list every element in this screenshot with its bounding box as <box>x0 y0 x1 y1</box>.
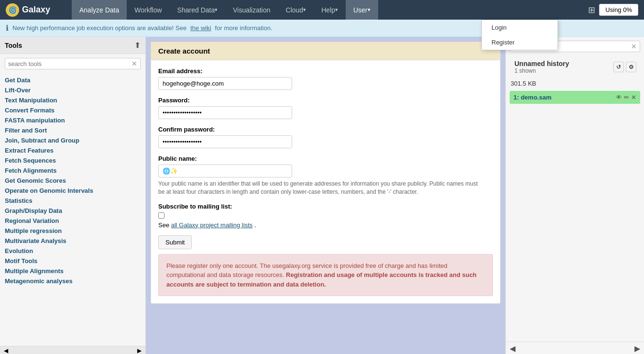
center-panel: Create account Email address: Password: … <box>146 37 505 354</box>
register-item[interactable]: Register <box>482 35 557 50</box>
right-scroll-right[interactable]: ▶ <box>634 344 640 353</box>
password-label: Password: <box>158 97 493 104</box>
history-item-actions: 👁 ✏ ✕ <box>616 94 636 101</box>
search-input[interactable] <box>8 60 131 67</box>
history-title: Unnamed history <box>514 60 569 67</box>
nav-analyze-data[interactable]: Analyze Data <box>72 0 127 20</box>
warning-box: Please register only one account. The us… <box>158 254 493 297</box>
tool-graph-display-data[interactable]: Graph/Display Data <box>5 206 141 216</box>
galaxy-logo: 🌀 Galaxy <box>0 3 72 17</box>
public-name-hint: Your public name is an identifier that w… <box>158 180 483 196</box>
nav-shared-data[interactable]: Shared Data <box>170 0 226 20</box>
public-name-group: Public name: Your public name is an iden… <box>158 155 493 196</box>
tool-operate-genomic-intervals[interactable]: Operate on Genomic Intervals <box>5 186 141 196</box>
history-edit-btn[interactable]: ✏ <box>624 94 629 101</box>
email-group: Email address: <box>158 67 493 90</box>
grid-icon[interactable]: ⊞ <box>588 5 595 15</box>
email-field[interactable] <box>158 77 292 90</box>
tool-regional-variation[interactable]: Regional Variation <box>5 216 141 226</box>
mailing-text: See <box>158 221 171 229</box>
nav-workflow[interactable]: Workflow <box>127 0 169 20</box>
tool-fetch-sequences[interactable]: Fetch Sequences <box>5 155 141 166</box>
mailing-text2: . <box>254 221 256 229</box>
tool-list: Get Data Lift-Over Text Manipulation Con… <box>0 73 145 346</box>
nav-user[interactable]: User <box>346 0 378 20</box>
mailing-checkbox[interactable] <box>158 212 164 219</box>
nav-right: ⊞ Using 0% <box>588 4 644 16</box>
tool-search-box: ✕ <box>5 58 141 69</box>
password-group: Password: <box>158 97 493 119</box>
right-sidebar: ✕ Unnamed history 1 shown ↺ ⚙ 301.5 KB 1… <box>505 37 644 354</box>
tool-multiple-alignments[interactable]: Multiple Alignments <box>5 266 141 276</box>
confirm-group: Confirm password: <box>158 126 493 148</box>
wiki-link[interactable]: the wiki <box>190 24 211 32</box>
tool-statistics[interactable]: Statistics <box>5 196 141 206</box>
search-clear-icon[interactable]: ✕ <box>131 60 137 67</box>
history-size: 301.5 KB <box>506 78 644 89</box>
nav-help[interactable]: Help <box>314 0 346 20</box>
info-icon: ℹ <box>6 23 9 33</box>
form-header: Create account <box>151 42 500 60</box>
sidebar-header: Tools ⬆ <box>0 37 145 54</box>
tool-convert-formats[interactable]: Convert Formats <box>5 105 141 115</box>
logo-icon: 🌀 <box>6 3 19 17</box>
tool-multivariate-analysis[interactable]: Multivariate Analysis <box>5 236 141 246</box>
top-nav: 🌀 Galaxy Analyze Data Workflow Shared Da… <box>0 0 644 20</box>
tool-filter-sort[interactable]: Filter and Sort <box>5 125 141 135</box>
tool-lift-over[interactable]: Lift-Over <box>5 85 141 95</box>
create-account-panel: Create account Email address: Password: … <box>151 42 501 304</box>
mailing-link[interactable]: all Galaxy project mailing lists <box>171 221 253 229</box>
tool-get-genomic-scores[interactable]: Get Genomic Scores <box>5 176 141 186</box>
tool-fetch-alignments[interactable]: Fetch Alignments <box>5 166 141 176</box>
history-controls: ↺ ⚙ <box>610 61 640 73</box>
nav-cloud[interactable]: Cloud <box>278 0 314 20</box>
history-view-btn[interactable]: 👁 <box>616 94 622 101</box>
tool-motif-tools[interactable]: Motif Tools <box>5 256 141 266</box>
mailing-check <box>158 212 493 219</box>
tool-multiple-regression[interactable]: Multiple regression <box>5 226 141 236</box>
login-item[interactable]: Login <box>482 20 557 35</box>
tool-evolution[interactable]: Evolution <box>5 246 141 256</box>
dataset-search-clear-icon[interactable]: ✕ <box>631 43 637 50</box>
email-label: Email address: <box>158 67 493 75</box>
left-sidebar: Tools ⬆ ✕ Get Data Lift-Over Text Manipu… <box>0 37 146 354</box>
upload-icon[interactable]: ⬆ <box>134 41 141 50</box>
history-header: Unnamed history 1 shown <box>510 58 574 76</box>
scroll-right-icon[interactable]: ▶ <box>137 347 142 354</box>
tool-metagenomic-analyses[interactable]: Metagenomic analyses <box>5 276 141 286</box>
tool-text-manipulation[interactable]: Text Manipulation <box>5 95 141 105</box>
history-delete-btn[interactable]: ✕ <box>631 94 636 101</box>
confirm-field[interactable] <box>158 135 292 148</box>
tool-get-data[interactable]: Get Data <box>5 75 141 85</box>
usage-badge[interactable]: Using 0% <box>599 4 638 16</box>
tool-search-wrap: ✕ <box>0 54 145 73</box>
form-body: Email address: Password: Confirm passwor… <box>151 60 500 303</box>
password-field[interactable] <box>158 106 292 119</box>
public-name-field[interactable] <box>158 165 292 177</box>
tool-fasta-manipulation[interactable]: FASTA manipulation <box>5 115 141 125</box>
sidebar-scroll-bar: ◀ ▶ <box>0 346 145 354</box>
app-title: Galaxy <box>22 5 50 15</box>
history-subtitle: 1 shown <box>514 67 569 74</box>
tool-join-subtract-group[interactable]: Join, Subtract and Group <box>5 135 141 145</box>
history-refresh-btn[interactable]: ↺ <box>613 62 624 72</box>
mailing-label: Subscribe to mailing list: <box>158 203 493 210</box>
main-layout: Tools ⬆ ✕ Get Data Lift-Over Text Manipu… <box>0 37 644 354</box>
mailing-group: Subscribe to mailing list: See all Galax… <box>158 203 493 229</box>
history-item-name[interactable]: 1: demo.sam <box>513 94 551 101</box>
right-bottom: ◀ ▶ <box>506 342 644 354</box>
public-label: Public name: <box>158 155 493 162</box>
history-item: 1: demo.sam 👁 ✏ ✕ <box>510 91 640 104</box>
tool-extract-features[interactable]: Extract Features <box>5 145 141 155</box>
sidebar-title: Tools <box>5 42 22 49</box>
confirm-label: Confirm password: <box>158 126 493 133</box>
scroll-left-icon[interactable]: ◀ <box>4 347 8 354</box>
info-text: New high performance job execution optio… <box>12 24 186 32</box>
info-text2: for more information. <box>215 24 273 32</box>
nav-visualization[interactable]: Visualization <box>225 0 278 20</box>
history-settings-btn[interactable]: ⚙ <box>626 62 636 72</box>
submit-button[interactable]: Submit <box>158 235 192 249</box>
nav-items: Analyze Data Workflow Shared Data Visual… <box>72 0 588 20</box>
right-scroll-left[interactable]: ◀ <box>510 344 515 353</box>
user-dropdown: Login Register <box>481 20 558 50</box>
